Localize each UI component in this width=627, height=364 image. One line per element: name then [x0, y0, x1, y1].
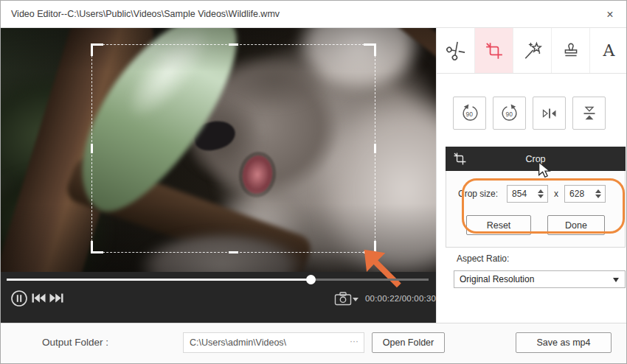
crop-handle-left[interactable] — [91, 144, 93, 153]
skip-back-button[interactable] — [32, 293, 46, 303]
aspect-ratio-value: Original Resolution — [460, 274, 534, 284]
crop-height-spinner[interactable] — [595, 188, 602, 200]
output-folder-field[interactable]: ··· — [183, 332, 364, 353]
spinner-up-icon[interactable] — [595, 189, 601, 193]
tab-trim[interactable] — [437, 28, 475, 73]
snapshot-dropdown-caret-icon[interactable] — [353, 298, 358, 301]
browse-button[interactable]: ··· — [350, 336, 358, 346]
crop-handle-right[interactable] — [374, 144, 376, 153]
footer-bar: Output Folder : ··· Open Folder Save as … — [1, 323, 626, 364]
crop-handle-top[interactable] — [229, 43, 238, 46]
flip-horizontal-button[interactable] — [533, 97, 566, 130]
crop-handle-bottom-left[interactable] — [91, 241, 103, 253]
rotate-left-90-icon: 90 — [460, 103, 480, 124]
tool-tabs: A — [437, 28, 627, 74]
tab-effects[interactable] — [513, 28, 552, 73]
reset-button[interactable]: Reset — [466, 215, 531, 235]
close-button[interactable]: × — [601, 6, 619, 24]
crop-icon — [485, 41, 504, 60]
crop-handle-top-right[interactable] — [364, 43, 376, 56]
svg-text:90: 90 — [505, 110, 513, 117]
rotate-left-button[interactable]: 90 — [453, 97, 486, 130]
crop-size-separator: x — [554, 189, 558, 199]
playback-time: 00:00:22/00:00:30 — [365, 294, 436, 303]
snapshot-camera-icon[interactable] — [334, 292, 352, 306]
svg-text:90: 90 — [465, 110, 473, 117]
done-button[interactable]: Done — [547, 215, 605, 235]
progress-fill — [7, 279, 311, 281]
tab-watermark[interactable] — [552, 28, 590, 73]
skip-forward-button[interactable] — [49, 293, 63, 303]
aspect-ratio-dropdown[interactable]: Original Resolution — [454, 270, 626, 288]
magic-wand-icon — [523, 41, 542, 60]
flip-vertical-icon — [580, 104, 599, 123]
spinner-down-icon[interactable] — [538, 195, 544, 198]
crop-handle-bottom[interactable] — [229, 251, 238, 253]
tab-text[interactable]: A — [590, 28, 627, 73]
text-icon: A — [603, 41, 615, 60]
aspect-ratio-label: Aspect Ratio: — [457, 253, 509, 264]
stamp-icon — [561, 41, 581, 60]
rotate-right-button[interactable]: 90 — [493, 97, 526, 130]
seek-bar[interactable] — [7, 279, 429, 281]
output-folder-label: Output Folder : — [42, 337, 108, 348]
crop-buttons-row: Reset Done — [446, 215, 625, 235]
crop-width-spinner[interactable] — [538, 188, 544, 200]
crop-section-body: Crop size: x — [446, 171, 626, 248]
crop-section-header: Crop — [446, 147, 626, 171]
mouse-cursor-icon — [537, 161, 553, 179]
player-controls: 00:00:22/00:00:30 — [1, 287, 436, 317]
crop-size-label: Crop size: — [458, 189, 498, 199]
title-bar: Video Editor--C:\Users\Public\Videos\Sam… — [1, 1, 626, 28]
annotation-arrow-icon — [361, 246, 406, 292]
progress-knob[interactable] — [306, 275, 316, 284]
output-folder-input[interactable] — [190, 333, 341, 352]
transform-toolbar: 90 90 — [453, 97, 606, 130]
rotate-right-90-icon: 90 — [499, 103, 520, 124]
crop-height-input[interactable] — [569, 186, 595, 202]
save-as-mp4-button[interactable]: Save as mp4 — [516, 332, 612, 353]
crop-height-field[interactable] — [564, 185, 606, 203]
crop-section: Crop Crop size: x — [446, 147, 626, 248]
crop-size-row: Crop size: x — [446, 185, 625, 203]
scissors-icon — [442, 37, 468, 63]
spinner-down-icon[interactable] — [595, 195, 601, 198]
crop-handle-top-left[interactable] — [91, 43, 103, 56]
crop-selection-box[interactable] — [91, 44, 375, 253]
open-folder-button[interactable]: Open Folder — [372, 332, 445, 353]
crop-width-field[interactable] — [507, 185, 548, 203]
video-stage: 00:00:22/00:00:30 — [1, 28, 436, 323]
tab-crop[interactable] — [475, 28, 513, 73]
pause-button[interactable] — [10, 290, 28, 307]
dropdown-caret-icon — [613, 278, 619, 282]
flip-horizontal-icon — [540, 104, 559, 123]
flip-vertical-button[interactable] — [572, 97, 606, 130]
crop-width-input[interactable] — [512, 186, 537, 202]
crop-header-icon — [453, 152, 467, 166]
edit-panel: A 90 90 — [436, 28, 627, 323]
window-title: Video Editor--C:\Users\Public\Videos\Sam… — [11, 1, 280, 28]
crop-section-title: Crop — [446, 154, 626, 164]
video-editor-window: Video Editor--C:\Users\Public\Videos\Sam… — [0, 0, 627, 364]
spinner-up-icon[interactable] — [538, 189, 544, 193]
